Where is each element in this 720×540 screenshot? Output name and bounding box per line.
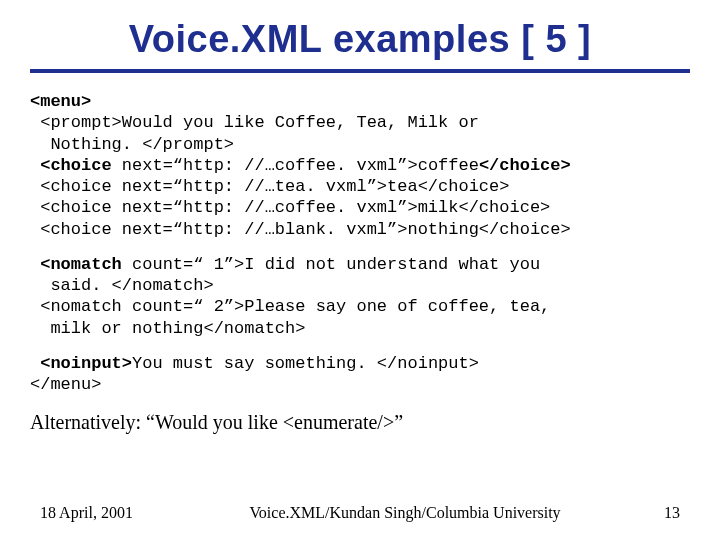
nomatch1-body: count=“ 1”>I did not understand what you — [122, 255, 540, 274]
choice1-body: next=“http: //…coffee. vxml”>coffee — [112, 156, 479, 175]
slide-footer: 18 April, 2001 Voice.XML/Kundan Singh/Co… — [0, 504, 720, 522]
code-block-menu: <menu> <prompt>Would you like Coffee, Te… — [30, 91, 690, 240]
code-content: <menu> <prompt>Would you like Coffee, Te… — [0, 91, 720, 395]
choice1-close: </choice> — [479, 156, 571, 175]
choice1-tag: <choice — [30, 156, 112, 175]
code-block-noinput: <noinput>You must say something. </noinp… — [30, 353, 690, 396]
code-block-nomatch: <nomatch count=“ 1”>I did not understand… — [30, 254, 690, 339]
alternative-text: Alternatively: “Would you like <enumerat… — [0, 409, 720, 434]
footer-date: 18 April, 2001 — [40, 504, 190, 522]
noinput-tag: <noinput> — [30, 354, 132, 373]
menu-open: <menu> — [30, 92, 91, 111]
menu-close: </menu> — [30, 374, 690, 395]
nomatch1-tag: <nomatch — [30, 255, 122, 274]
prompt-line-1: <prompt>Would you like Coffee, Tea, Milk… — [30, 112, 690, 133]
prompt-line-2: Nothing. </prompt> — [30, 134, 690, 155]
nomatch2-line1: <nomatch count=“ 2”>Please say one of co… — [30, 296, 690, 317]
choice3: <choice next=“http: //…coffee. vxml”>mil… — [30, 197, 690, 218]
slide-title: Voice.XML examples [ 5 ] — [0, 0, 720, 69]
title-underline — [30, 69, 690, 73]
choice2: <choice next=“http: //…tea. vxml”>tea</c… — [30, 176, 690, 197]
footer-source: Voice.XML/Kundan Singh/Columbia Universi… — [190, 504, 620, 522]
footer-page-number: 13 — [620, 504, 680, 522]
nomatch2-line2: milk or nothing</nomatch> — [30, 318, 690, 339]
noinput-body: You must say something. </noinput> — [132, 354, 479, 373]
choice4: <choice next=“http: //…blank. vxml”>noth… — [30, 219, 690, 240]
nomatch1-line2: said. </nomatch> — [30, 275, 690, 296]
